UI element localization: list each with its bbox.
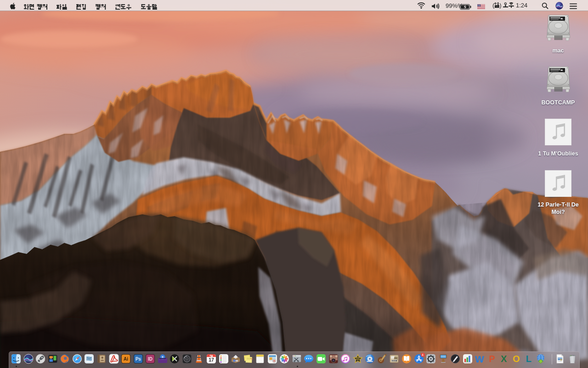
svg-text:L: L [526, 354, 531, 364]
svg-text:Ps: Ps [135, 356, 141, 362]
svg-text:17: 17 [209, 357, 214, 362]
svg-text:Ai: Ai [124, 356, 128, 362]
svg-text:ID: ID [148, 356, 153, 362]
svg-text:X: X [501, 354, 508, 364]
svg-text:P: P [489, 354, 495, 364]
svg-text:O: O [513, 354, 520, 364]
svg-text:W: W [475, 354, 484, 364]
svg-text:Mem: Mem [250, 357, 253, 360]
